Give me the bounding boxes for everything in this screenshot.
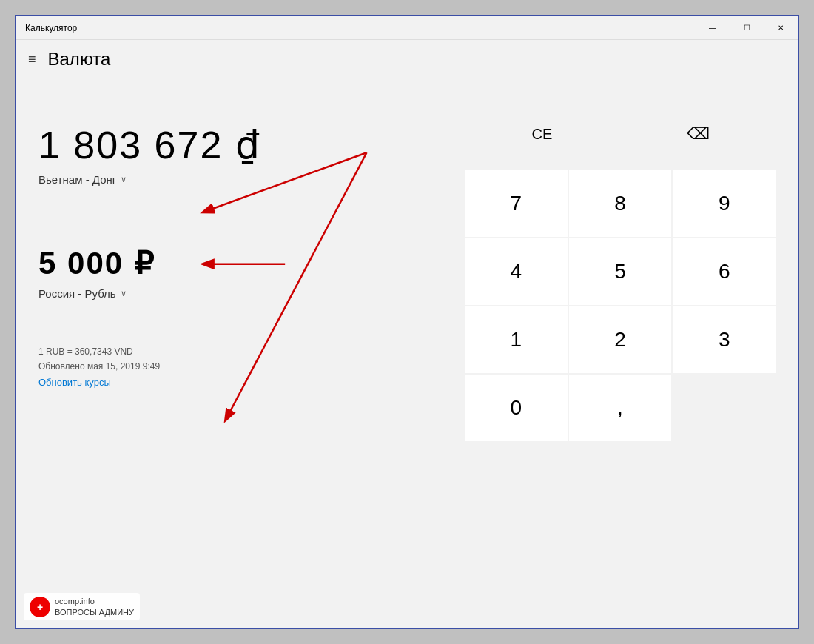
- currency-selector-bottom[interactable]: Россия - Рубль ∨: [38, 287, 443, 300]
- exchange-info: 1 RUB = 360,7343 VND Обновлено мая 15, 2…: [38, 344, 443, 391]
- currency-selector-top[interactable]: Вьетнам - Донг ∨: [38, 173, 443, 186]
- btn-1[interactable]: 1: [465, 306, 568, 373]
- amount-top: 1 803 672 ₫: [38, 123, 443, 167]
- watermark-icon: +: [30, 597, 50, 617]
- numpad-empty: [673, 375, 776, 441]
- exchange-rate: 1 RUB = 360,7343 VND: [38, 344, 443, 359]
- window-title: Калькулятор: [25, 23, 77, 33]
- watermark-tagline: ВОПРОСЫ АДМИНУ: [55, 607, 134, 617]
- numpad: CE ⌫ 7 8 9 4 5 6 1 2 3 0 ,: [465, 93, 776, 613]
- btn-0[interactable]: 0: [465, 375, 568, 441]
- chevron-down-icon: ∨: [121, 175, 127, 184]
- app-title: Валюта: [48, 49, 111, 70]
- app-header: ≡ Валюта: [16, 40, 798, 78]
- backspace-icon: ⌫: [687, 124, 710, 144]
- amount-bottom: 5 000 ₽: [38, 245, 443, 281]
- btn-4[interactable]: 4: [465, 238, 568, 305]
- titlebar: Калькулятор — ☐ ✕: [16, 16, 798, 40]
- currency-top-label: Вьетнам - Донг: [38, 173, 116, 186]
- refresh-link[interactable]: Обновить курсы: [38, 377, 111, 388]
- btn-2[interactable]: 2: [569, 306, 672, 373]
- minimize-button[interactable]: —: [696, 16, 730, 40]
- hamburger-icon[interactable]: ≡: [28, 52, 36, 67]
- numpad-top-row: CE ⌫: [465, 101, 776, 167]
- maximize-button[interactable]: ☐: [730, 16, 764, 40]
- watermark-site: ocomp.info: [55, 596, 134, 606]
- btn-8[interactable]: 8: [569, 170, 672, 237]
- currency-bottom-label: Россия - Рубль: [38, 287, 116, 300]
- backspace-button[interactable]: ⌫: [621, 101, 776, 167]
- watermark-text: ocomp.info ВОПРОСЫ АДМИНУ: [55, 596, 134, 617]
- window-controls: — ☐ ✕: [696, 16, 798, 40]
- left-panel: 1 803 672 ₫ Вьетнам - Донг ∨ 5 000 ₽ Рос…: [38, 93, 443, 613]
- btn-7[interactable]: 7: [465, 170, 568, 237]
- btn-3[interactable]: 3: [673, 306, 776, 373]
- btn-comma[interactable]: ,: [569, 375, 672, 441]
- ce-button[interactable]: CE: [465, 101, 619, 167]
- main-content: 1 803 672 ₫ Вьетнам - Донг ∨ 5 000 ₽ Рос…: [16, 78, 798, 628]
- btn-6[interactable]: 6: [673, 238, 776, 305]
- updated-label: Обновлено мая 15, 2019 9:49: [38, 359, 443, 374]
- chevron-down-icon-2: ∨: [121, 289, 127, 298]
- numpad-grid: 7 8 9 4 5 6 1 2 3 0 ,: [465, 170, 776, 441]
- calculator-window: Калькулятор — ☐ ✕ ≡ Валюта 1 803 672 ₫ В…: [15, 15, 799, 629]
- watermark: + ocomp.info ВОПРОСЫ АДМИНУ: [24, 593, 140, 620]
- btn-5[interactable]: 5: [569, 238, 672, 305]
- close-button[interactable]: ✕: [764, 16, 798, 40]
- btn-9[interactable]: 9: [673, 170, 776, 237]
